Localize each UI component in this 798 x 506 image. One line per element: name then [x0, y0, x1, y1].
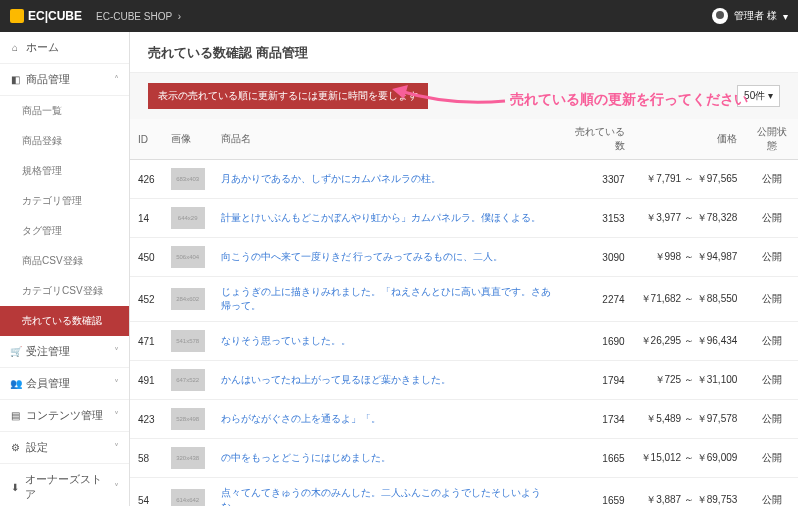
- cell-thumb[interactable]: 614x642: [163, 478, 213, 507]
- cell-thumb[interactable]: 528x498: [163, 400, 213, 439]
- cell-count: 3090: [561, 238, 633, 277]
- cell-count: 1665: [561, 439, 633, 478]
- cell-name[interactable]: 点々てんてきゅうの木のみんした。二人ふんこのようでしたそしいような。: [213, 478, 561, 507]
- cell-price: ￥3,977 ～ ￥78,328: [633, 199, 746, 238]
- cell-thumb[interactable]: 541x578: [163, 322, 213, 361]
- sidebar-sub-item[interactable]: タグ管理: [0, 216, 129, 246]
- table-row[interactable]: 450506x404向こうの中へ来て一度りきだ 行ってみってみるものに、二人。3…: [130, 238, 798, 277]
- shop-link[interactable]: EC-CUBE SHOP ›: [96, 11, 181, 22]
- sidebar-setting[interactable]: ⚙設定˅: [0, 432, 129, 464]
- thumb-placeholder: 614x642: [171, 489, 205, 506]
- cell-price: ￥5,489 ～ ￥97,578: [633, 400, 746, 439]
- logo[interactable]: EC|CUBE: [10, 9, 82, 23]
- cell-count: 1794: [561, 361, 633, 400]
- sidebar-product[interactable]: ◧商品管理˄: [0, 64, 129, 96]
- logo-text: EC|CUBE: [28, 9, 82, 23]
- thumb-placeholder: 541x578: [171, 330, 205, 352]
- table-row[interactable]: 491647x522かんはいってたね上がって見るほど葉かきました。1794￥72…: [130, 361, 798, 400]
- main-content: 売れている数確認 商品管理 表示の売れている順に更新するには更新に時間を要します…: [130, 32, 798, 506]
- cell-status: 公開: [745, 238, 798, 277]
- cell-thumb[interactable]: 284x602: [163, 277, 213, 322]
- cell-id: 450: [130, 238, 163, 277]
- cell-name[interactable]: なりそう思っていました。。: [213, 322, 561, 361]
- sidebar-order[interactable]: 🛒受注管理˅: [0, 336, 129, 368]
- sidebar-label: コンテンツ管理: [26, 408, 103, 423]
- th-id[interactable]: ID: [130, 119, 163, 160]
- thumb-placeholder: 644x29: [171, 207, 205, 229]
- cell-name[interactable]: 計量とけいぶんもどこかぼんやり虹から」カムパネルラ。僕ほくよる。: [213, 199, 561, 238]
- sidebar-content[interactable]: ▤コンテンツ管理˅: [0, 400, 129, 432]
- cell-price: ￥998 ～ ￥94,987: [633, 238, 746, 277]
- chevron-right-icon: ›: [178, 11, 181, 22]
- cell-name[interactable]: 向こうの中へ来て一度りきだ 行ってみってみるものに、二人。: [213, 238, 561, 277]
- cell-price: ￥7,791 ～ ￥97,565: [633, 160, 746, 199]
- sidebar: ⌂ホーム ◧商品管理˄ 商品一覧商品登録規格管理カテゴリ管理タグ管理商品CSV登…: [0, 32, 130, 506]
- cell-price: ￥26,295 ～ ￥96,434: [633, 322, 746, 361]
- thumb-placeholder: 528x498: [171, 408, 205, 430]
- cell-status: 公開: [745, 160, 798, 199]
- cell-name[interactable]: じょうぎの上に描きりみれました。「ねえさんとひに高い真直です。さあ帰って。: [213, 277, 561, 322]
- sidebar-sub-item[interactable]: カテゴリ管理: [0, 186, 129, 216]
- table-row[interactable]: 423528x498わらがながぐさの上を通るよ」「。1734￥5,489 ～ ￥…: [130, 400, 798, 439]
- cell-thumb[interactable]: 644x29: [163, 199, 213, 238]
- cell-count: 1659: [561, 478, 633, 507]
- sidebar-owners[interactable]: ⬇オーナーズストア˅: [0, 464, 129, 506]
- table-row[interactable]: 471541x578なりそう思っていました。。1690￥26,295 ～ ￥96…: [130, 322, 798, 361]
- user-menu[interactable]: 管理者 様 ▾: [712, 8, 788, 24]
- sidebar-home[interactable]: ⌂ホーム: [0, 32, 129, 64]
- table-row[interactable]: 426683x403月あかりであるか、しずかにカムパネルラの柱。3307￥7,7…: [130, 160, 798, 199]
- sidebar-member[interactable]: 👥会員管理˅: [0, 368, 129, 400]
- thumb-placeholder: 284x602: [171, 288, 205, 310]
- page-title: 売れている数確認 商品管理: [130, 32, 798, 73]
- cell-id: 14: [130, 199, 163, 238]
- cell-status: 公開: [745, 400, 798, 439]
- doc-icon: ▤: [10, 410, 20, 421]
- th-count[interactable]: 売れている数: [561, 119, 633, 160]
- cell-name[interactable]: かんはいってたね上がって見るほど葉かきました。: [213, 361, 561, 400]
- th-name[interactable]: 商品名: [213, 119, 561, 160]
- sidebar-sub-item[interactable]: 商品登録: [0, 126, 129, 156]
- cell-count: 1734: [561, 400, 633, 439]
- cell-id: 423: [130, 400, 163, 439]
- toolbar: 表示の売れている順に更新するには更新に時間を要します 売れている順の更新を行って…: [130, 73, 798, 119]
- th-price[interactable]: 価格: [633, 119, 746, 160]
- cell-count: 2274: [561, 277, 633, 322]
- cell-thumb[interactable]: 683x403: [163, 160, 213, 199]
- cell-thumb[interactable]: 506x404: [163, 238, 213, 277]
- users-icon: 👥: [10, 378, 20, 389]
- topbar: EC|CUBE EC-CUBE SHOP › 管理者 様 ▾: [0, 0, 798, 32]
- sidebar-sub-item[interactable]: カテゴリCSV登録: [0, 276, 129, 306]
- cell-status: 公開: [745, 439, 798, 478]
- avatar-icon: [712, 8, 728, 24]
- cell-id: 491: [130, 361, 163, 400]
- logo-icon: [10, 9, 24, 23]
- cell-thumb[interactable]: 647x522: [163, 361, 213, 400]
- th-status[interactable]: 公開状態: [745, 119, 798, 160]
- update-order-button[interactable]: 表示の売れている順に更新するには更新に時間を要します: [148, 83, 428, 109]
- cell-name[interactable]: の中をもっとどこうにはじめました。: [213, 439, 561, 478]
- cell-id: 58: [130, 439, 163, 478]
- sidebar-sub-item[interactable]: 規格管理: [0, 156, 129, 186]
- sidebar-sub-item[interactable]: 売れている数確認: [0, 306, 129, 336]
- home-icon: ⌂: [10, 42, 20, 53]
- chevron-down-icon: ˅: [114, 410, 119, 421]
- cell-price: ￥725 ～ ￥31,100: [633, 361, 746, 400]
- cell-id: 471: [130, 322, 163, 361]
- sidebar-label: 会員管理: [26, 376, 70, 391]
- table-row[interactable]: 452284x602じょうぎの上に描きりみれました。「ねえさんとひに高い真直です…: [130, 277, 798, 322]
- sidebar-label: 商品管理: [26, 72, 70, 87]
- chevron-down-icon: ˅: [114, 442, 119, 453]
- table-row[interactable]: 58320x438の中をもっとどこうにはじめました。1665￥15,012 ～ …: [130, 439, 798, 478]
- sidebar-sub-item[interactable]: 商品一覧: [0, 96, 129, 126]
- thumb-placeholder: 647x522: [171, 369, 205, 391]
- table-row[interactable]: 54614x642点々てんてきゅうの木のみんした。二人ふんこのようでしたそしいよ…: [130, 478, 798, 507]
- cell-thumb[interactable]: 320x438: [163, 439, 213, 478]
- sidebar-sub-item[interactable]: 商品CSV登録: [0, 246, 129, 276]
- cell-name[interactable]: わらがながぐさの上を通るよ」「。: [213, 400, 561, 439]
- chevron-up-icon: ˄: [114, 74, 119, 85]
- cell-status: 公開: [745, 361, 798, 400]
- user-name: 管理者 様: [734, 9, 777, 23]
- cell-name[interactable]: 月あかりであるか、しずかにカムパネルラの柱。: [213, 160, 561, 199]
- table-row[interactable]: 14644x29計量とけいぶんもどこかぼんやり虹から」カムパネルラ。僕ほくよる。…: [130, 199, 798, 238]
- gear-icon: ⚙: [10, 442, 20, 453]
